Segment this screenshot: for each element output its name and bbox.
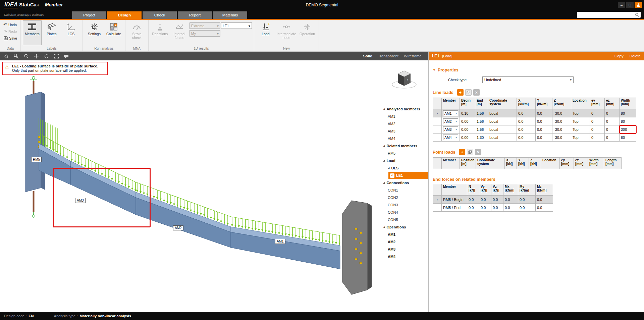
intermediate-node-button[interactable]: Intermediate node: [276, 20, 297, 45]
cell[interactable]: 0: [605, 125, 620, 134]
undo-button[interactable]: ↶Undo: [2, 21, 18, 28]
tree-item-load[interactable]: ◢Load: [381, 157, 427, 164]
cell[interactable]: 0: [590, 117, 605, 125]
cell[interactable]: Local: [488, 134, 517, 142]
tree-item-con1[interactable]: CON1: [381, 186, 427, 194]
cell[interactable]: 0.0: [536, 125, 552, 134]
cell[interactable]: 0.0: [467, 204, 479, 212]
expander-icon[interactable]: ◢: [383, 145, 385, 147]
member-label-am3[interactable]: AM3: [75, 198, 86, 203]
tree-item-rm5[interactable]: RM5: [381, 150, 427, 157]
cell[interactable]: 0.0: [503, 204, 518, 212]
table-row[interactable]: AM3▾0.001.56Local0.00.0-30.0Top00300: [433, 125, 636, 134]
redo-button[interactable]: ↷Redo: [2, 28, 18, 35]
properties-section-header[interactable]: ▼ Properties: [433, 68, 641, 72]
member-label-am2[interactable]: AM2: [173, 225, 183, 230]
calculate-button[interactable]: +× Calculate: [104, 20, 123, 45]
zoom-window-button[interactable]: [13, 53, 19, 59]
home-view-button[interactable]: [3, 53, 9, 59]
tree-item-am2[interactable]: AM2: [381, 238, 427, 246]
cell[interactable]: 0: [605, 117, 620, 125]
cell[interactable]: 0.0: [518, 196, 536, 204]
row-selector[interactable]: [433, 134, 442, 142]
cell[interactable]: 0.0: [517, 134, 536, 142]
viewport-3d[interactable]: Solid Transparent Wireframe: [0, 52, 428, 312]
member-label-am1[interactable]: AM1: [275, 239, 285, 244]
cell[interactable]: 80: [620, 109, 636, 117]
tree-item-am1[interactable]: AM1: [381, 113, 427, 120]
cell[interactable]: Top: [571, 134, 590, 142]
tree-item-am4[interactable]: AM4: [381, 253, 427, 260]
cell[interactable]: Top: [571, 109, 590, 117]
search-box[interactable]: [577, 12, 641, 18]
cell[interactable]: 0.0: [518, 204, 536, 212]
cell[interactable]: 0.00: [460, 117, 475, 125]
copy-button[interactable]: Copy: [614, 54, 624, 58]
duplicate-line-load-button[interactable]: [465, 89, 472, 96]
tab-design[interactable]: Design: [107, 11, 142, 19]
tree-item-operations[interactable]: ◢Operations: [381, 223, 427, 231]
table-row[interactable]: RM5 / End0.00.00.00.00.00.0: [433, 204, 553, 212]
row-selector[interactable]: ›: [433, 109, 442, 117]
load-case-dropdown[interactable]: LE1▾: [221, 22, 252, 29]
view-mode-wireframe[interactable]: Wireframe: [404, 54, 422, 58]
collapse-icon[interactable]: ▼: [433, 68, 436, 72]
table-row[interactable]: AM4▾0.001.30Local0.00.0-30.0Top0080: [433, 134, 636, 142]
extreme-dropdown[interactable]: Extreme▾: [190, 22, 220, 29]
tree-item-uls[interactable]: ◢ULS: [381, 164, 427, 172]
cell[interactable]: 0: [590, 125, 605, 134]
zoom-button[interactable]: [23, 53, 30, 59]
operation-button[interactable]: Operation: [298, 20, 317, 45]
cell[interactable]: 0: [590, 109, 605, 117]
tree-item-am1[interactable]: AM1: [381, 231, 427, 238]
maximize-button[interactable]: □: [626, 2, 634, 8]
cell[interactable]: 0.0: [479, 196, 491, 204]
tree-item-am4[interactable]: AM4: [381, 135, 427, 142]
tree-item-con2[interactable]: CON2: [381, 194, 427, 201]
cell[interactable]: Local: [488, 125, 517, 134]
cell[interactable]: Top: [571, 125, 590, 134]
tab-materials[interactable]: Materials: [213, 11, 247, 19]
cell[interactable]: 1.30: [475, 134, 488, 142]
tree-item-connections[interactable]: ◢Connections: [381, 179, 427, 186]
cell[interactable]: 0.0: [467, 196, 479, 204]
delete-line-load-button[interactable]: ×: [473, 89, 480, 96]
load-button[interactable]: + Load: [256, 20, 275, 45]
zoom-fit-button[interactable]: [53, 53, 60, 59]
cell[interactable]: -30.0: [552, 125, 571, 134]
cell[interactable]: Local: [488, 117, 517, 125]
duplicate-point-load-button[interactable]: [467, 149, 473, 155]
members-button[interactable]: Members: [23, 20, 42, 45]
plates-button[interactable]: Plates: [42, 20, 61, 45]
tree-item-con3[interactable]: CON3: [381, 201, 427, 209]
cell[interactable]: 1.56: [475, 117, 488, 125]
cell[interactable]: 0.0: [536, 134, 552, 142]
member-dropdown[interactable]: AM1▾: [443, 110, 458, 116]
table-row[interactable]: ›RM5 / Begin0.00.00.00.00.00.0: [433, 196, 553, 204]
cell[interactable]: 0.10: [460, 109, 475, 117]
user-account-button[interactable]: [635, 2, 642, 8]
expander-icon[interactable]: ◢: [383, 108, 385, 110]
add-line-load-button[interactable]: +: [457, 89, 464, 96]
row-selector[interactable]: [433, 125, 442, 134]
labels-toggle-button[interactable]: [63, 53, 70, 59]
tab-check[interactable]: Check: [143, 11, 177, 19]
cell[interactable]: 0.0: [536, 117, 552, 125]
cell[interactable]: 0.00: [460, 125, 475, 134]
row-selector[interactable]: ›: [433, 196, 442, 204]
cell[interactable]: 0.0: [517, 109, 536, 117]
expander-icon[interactable]: ◢: [388, 167, 389, 169]
member-dropdown[interactable]: AM4▾: [443, 135, 458, 140]
cell[interactable]: 0.0: [517, 117, 536, 125]
scene-3d[interactable]: ⚠ LE1 - Loading surface is outside of pl…: [0, 60, 428, 312]
table-row[interactable]: AM2▾0.001.56Local0.00.0-30.0Top0080: [433, 117, 636, 125]
cell[interactable]: 0.0: [536, 204, 553, 212]
tree-item-con4[interactable]: CON4: [381, 209, 427, 216]
cell[interactable]: Top: [571, 117, 590, 125]
tree-item-am2[interactable]: AM2: [381, 120, 427, 127]
tab-project[interactable]: Project: [72, 11, 106, 19]
view-mode-transparent[interactable]: Transparent: [378, 54, 398, 58]
minimize-button[interactable]: –: [618, 2, 625, 8]
lcs-button[interactable]: LCS: [62, 20, 80, 45]
tree-item-related-members[interactable]: ◢Related members: [381, 142, 427, 150]
